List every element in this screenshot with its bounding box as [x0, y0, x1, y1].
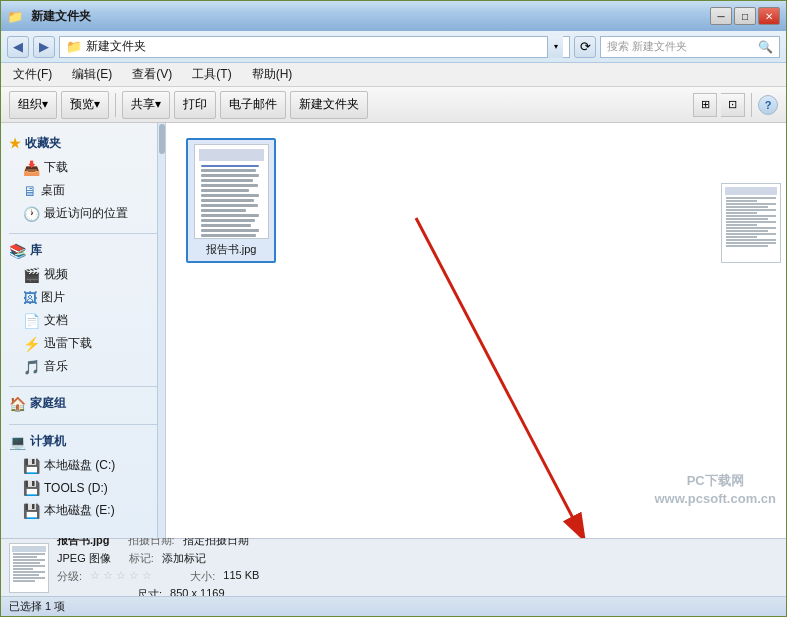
menu-tools[interactable]: 工具(T): [186, 64, 237, 85]
share-button[interactable]: 共享▾: [122, 91, 170, 119]
e-drive-icon: 💾: [23, 503, 40, 519]
file-thumbnail: [194, 144, 269, 239]
watermark: PC下载网 www.pcsoft.com.cn: [654, 472, 776, 508]
back-arrow-icon: ◀: [13, 39, 23, 54]
sidebar-scrollbar-thumb: [159, 124, 165, 154]
recent-icon: 🕐: [23, 206, 40, 222]
status-tags-value: 添加标记: [162, 551, 206, 566]
address-dropdown[interactable]: ▾: [547, 36, 563, 58]
minimize-button[interactable]: ─: [710, 7, 732, 25]
titlebar: 📁 新建文件夹 ─ □ ✕: [1, 1, 786, 31]
thunder-icon: ⚡: [23, 336, 40, 352]
status-rating-label: 分级:: [57, 569, 82, 584]
sidebar-item-image[interactable]: 🖼 图片: [1, 286, 165, 309]
email-button[interactable]: 电子邮件: [220, 91, 286, 119]
address-text: 新建文件夹: [86, 38, 146, 55]
watermark-line1: PC下载网: [654, 472, 776, 490]
sidebar: ★ 收藏夹 📥 下载 🖥 桌面 🕐 最近访问的位置: [1, 123, 166, 538]
address-bar[interactable]: 📁 新建文件夹 ▾: [59, 36, 570, 58]
sidebar-item-download-label: 下载: [44, 159, 68, 176]
menu-view[interactable]: 查看(V): [126, 64, 178, 85]
preview-panel: [721, 183, 781, 263]
address-folder-icon: 📁: [66, 39, 82, 54]
toolbar: 组织▾ 预览▾ 共享▾ 打印 电子邮件 新建文件夹 ⊞ ⊡ ?: [1, 87, 786, 123]
statusbar: 报告书.jpg 拍摄日期: 指定拍摄日期 JPEG 图像 标记: 添加标记 分级…: [1, 538, 786, 596]
homegroup-icon: 🏠: [9, 396, 26, 412]
help-button[interactable]: ?: [758, 95, 778, 115]
menubar: 文件(F) 编辑(E) 查看(V) 工具(T) 帮助(H): [1, 63, 786, 87]
file-thumb-content: [195, 145, 268, 238]
search-icon: 🔍: [758, 40, 773, 54]
sidebar-scrollbar[interactable]: [157, 123, 165, 538]
doc-icon: 📄: [23, 313, 40, 329]
new-folder-button[interactable]: 新建文件夹: [290, 91, 368, 119]
sidebar-favorites-section: ★ 收藏夹 📥 下载 🖥 桌面 🕐 最近访问的位置: [1, 131, 165, 225]
file-item-report[interactable]: 报告书.jpg: [186, 138, 276, 263]
computer-icon: 💻: [9, 434, 26, 450]
video-icon: 🎬: [23, 267, 40, 283]
menu-help[interactable]: 帮助(H): [246, 64, 299, 85]
sidebar-item-video[interactable]: 🎬 视频: [1, 263, 165, 286]
sidebar-item-c-drive[interactable]: 💾 本地磁盘 (C:): [1, 454, 165, 477]
file-name: 报告书.jpg: [206, 242, 257, 257]
library-label: 库: [30, 242, 42, 259]
menu-file[interactable]: 文件(F): [7, 64, 58, 85]
view-small-button[interactable]: ⊡: [721, 93, 745, 117]
sidebar-item-c-drive-label: 本地磁盘 (C:): [44, 457, 115, 474]
desktop-icon: 🖥: [23, 183, 37, 199]
sidebar-divider-1: [9, 233, 157, 234]
close-button[interactable]: ✕: [758, 7, 780, 25]
favorites-label: 收藏夹: [25, 135, 61, 152]
print-button[interactable]: 打印: [174, 91, 216, 119]
view-toggle-button[interactable]: ⊞: [693, 93, 717, 117]
sidebar-favorites-header[interactable]: ★ 收藏夹: [1, 131, 165, 156]
content-inner: 报告书.jpg: [166, 123, 786, 538]
toolbar-separator-2: [751, 93, 752, 117]
main-window: 📁 新建文件夹 ─ □ ✕ ◀ ▶ 📁 新建文件夹 ▾ ⟳ 搜索 新建文件夹 🔍: [0, 0, 787, 617]
sidebar-item-thunder-label: 迅雷下载: [44, 335, 92, 352]
refresh-icon: ⟳: [580, 39, 591, 54]
sidebar-item-video-label: 视频: [44, 266, 68, 283]
sidebar-item-d-drive[interactable]: 💾 TOOLS (D:): [1, 477, 165, 499]
computer-label: 计算机: [30, 433, 66, 450]
forward-arrow-icon: ▶: [39, 39, 49, 54]
download-icon: 📥: [23, 160, 40, 176]
sidebar-computer-header[interactable]: 💻 计算机: [1, 429, 165, 454]
homegroup-label: 家庭组: [30, 395, 66, 412]
sidebar-item-document[interactable]: 📄 文档: [1, 309, 165, 332]
toolbar-separator-1: [115, 93, 116, 117]
sidebar-homegroup-header[interactable]: 🏠 家庭组: [1, 391, 165, 416]
sidebar-item-music[interactable]: 🎵 音乐: [1, 355, 165, 378]
organize-button[interactable]: 组织▾: [9, 91, 57, 119]
sidebar-item-e-drive-label: 本地磁盘 (E:): [44, 502, 115, 519]
sidebar-item-desktop[interactable]: 🖥 桌面: [1, 179, 165, 202]
status-row-type: JPEG 图像 标记: 添加标记: [57, 551, 259, 566]
back-button[interactable]: ◀: [7, 36, 29, 58]
preview-button[interactable]: 预览▾: [61, 91, 109, 119]
navbar: ◀ ▶ 📁 新建文件夹 ▾ ⟳ 搜索 新建文件夹 🔍: [1, 31, 786, 63]
menu-edit[interactable]: 编辑(E): [66, 64, 118, 85]
sidebar-item-thunder[interactable]: ⚡ 迅雷下载: [1, 332, 165, 355]
status-tags-label: 标记:: [129, 551, 154, 566]
sidebar-library-header[interactable]: 📚 库: [1, 238, 165, 263]
refresh-button[interactable]: ⟳: [574, 36, 596, 58]
c-drive-icon: 💾: [23, 458, 40, 474]
sidebar-divider-2: [9, 386, 157, 387]
sidebar-item-d-drive-label: TOOLS (D:): [44, 481, 108, 495]
sidebar-library-section: 📚 库 🎬 视频 🖼 图片 📄 文档 ⚡ 迅雷下载: [1, 238, 165, 378]
selection-text: 已选择 1 项: [9, 599, 65, 614]
content-area: 报告书.jpg: [166, 123, 786, 538]
main-area: ★ 收藏夹 📥 下载 🖥 桌面 🕐 最近访问的位置: [1, 123, 786, 538]
window-title: 新建文件夹: [27, 8, 91, 25]
maximize-button[interactable]: □: [734, 7, 756, 25]
music-icon: 🎵: [23, 359, 40, 375]
search-bar[interactable]: 搜索 新建文件夹 🔍: [600, 36, 780, 58]
forward-button[interactable]: ▶: [33, 36, 55, 58]
sidebar-item-download[interactable]: 📥 下载: [1, 156, 165, 179]
sidebar-homegroup-section: 🏠 家庭组: [1, 391, 165, 416]
sidebar-item-recent[interactable]: 🕐 最近访问的位置: [1, 202, 165, 225]
sidebar-item-e-drive[interactable]: 💾 本地磁盘 (E:): [1, 499, 165, 522]
status-thumbnail: [9, 543, 49, 593]
status-info: 报告书.jpg 拍摄日期: 指定拍摄日期 JPEG 图像 标记: 添加标记 分级…: [57, 533, 259, 602]
sidebar-divider-3: [9, 424, 157, 425]
